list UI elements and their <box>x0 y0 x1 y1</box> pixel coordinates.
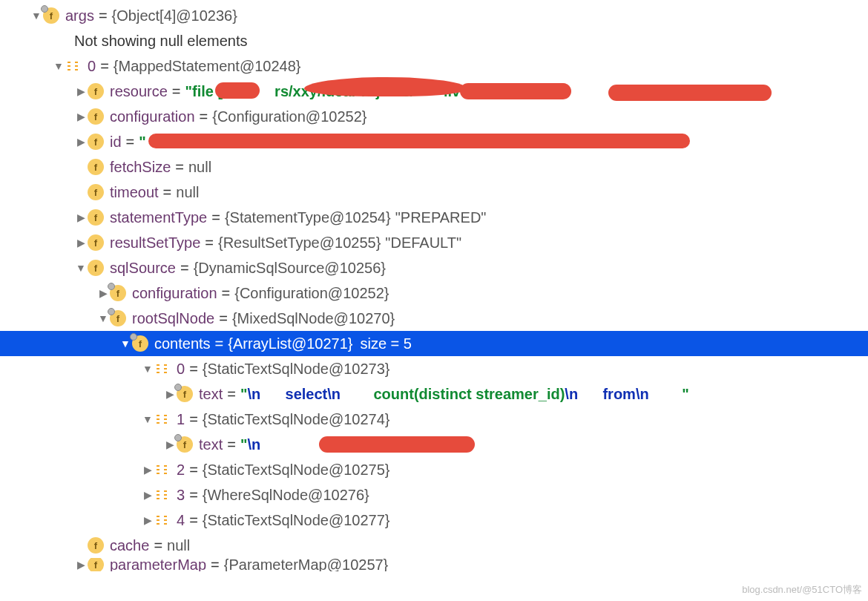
field-icon: f <box>88 184 104 200</box>
var-value: null <box>167 537 190 554</box>
expand-arrow[interactable]: ▶ <box>74 136 88 148</box>
field-icon: f <box>132 335 148 352</box>
debugger-variables-tree[interactable]: ▼ f args = {Object[4]@10236} Not showing… <box>0 0 868 571</box>
var-name: timeout <box>110 184 159 201</box>
expand-arrow[interactable]: ▶ <box>163 388 177 400</box>
var-value: {DynamicSqlSource@10256} <box>194 260 386 277</box>
tree-row-sqlsource[interactable]: ▼ f sqlSource = {DynamicSqlSource@10256} <box>0 255 868 280</box>
var-value: {ParameterMap@10257} <box>224 558 389 571</box>
field-icon: f <box>177 386 193 402</box>
tree-row-rootsqlnode[interactable]: ▼ f rootSqlNode = {MixedSqlNode@10270} <box>0 306 868 331</box>
expand-arrow[interactable]: ▼ <box>96 312 110 324</box>
tree-row-cache[interactable]: ▶ f cache = null <box>0 533 868 558</box>
tree-row-c0-text[interactable]: ▶ f text = "\n select\n count(distinct s… <box>0 381 868 407</box>
var-name: fetchSize <box>110 159 171 176</box>
tree-row-info: Not showing null elements <box>0 28 868 53</box>
field-icon: f <box>88 83 104 99</box>
field-icon: f <box>88 134 104 150</box>
expand-arrow[interactable]: ▶ <box>74 111 88 122</box>
tree-row-resource[interactable]: ▶ f resource = " file [ rs/xxy/IdeaProje… <box>0 79 868 104</box>
tree-row-c4[interactable]: ▶ 4 = {StaticTextSqlNode@10277} <box>0 508 868 533</box>
tree-row-c0[interactable]: ▼ 0 = {StaticTextSqlNode@10273} <box>0 356 868 381</box>
var-value: {StaticTextSqlNode@10273} <box>203 361 390 378</box>
tree-row-resultsettype[interactable]: ▶ f resultSetType = {ResultSetType@10255… <box>0 230 868 255</box>
expand-arrow[interactable]: ▶ <box>141 489 154 501</box>
tree-row-statementtype[interactable]: ▶ f statementType = {StatementType@10254… <box>0 205 868 230</box>
var-name: 0 <box>88 58 96 75</box>
var-value: {Configuration@10252} <box>234 285 389 302</box>
redaction-mark <box>148 134 690 148</box>
expand-arrow[interactable]: ▼ <box>52 60 65 72</box>
tree-row-c2[interactable]: ▶ 2 = {StaticTextSqlNode@10275} <box>0 457 868 482</box>
field-icon: f <box>88 537 104 554</box>
var-name: statementType <box>110 209 207 226</box>
tree-row-c1-text[interactable]: ▶ f text = "\n \n " <box>0 432 868 457</box>
field-icon: f <box>177 436 193 453</box>
var-value: {StaticTextSqlNode@10275} <box>203 462 390 479</box>
expand-arrow[interactable]: ▶ <box>96 287 110 299</box>
list-icon <box>154 361 171 377</box>
list-icon <box>154 462 171 478</box>
expand-arrow[interactable]: ▼ <box>30 10 43 22</box>
var-value: null <box>176 184 199 201</box>
var-size: size = 5 <box>360 335 411 352</box>
tree-row-c3[interactable]: ▶ 3 = {WhereSqlNode@10276} <box>0 482 868 508</box>
var-value: null <box>188 159 211 176</box>
tree-row-parametermap[interactable]: ▶ f parameterMap = {ParameterMap@10257} <box>0 558 868 571</box>
var-name: rootSqlNode <box>132 310 214 327</box>
field-icon: f <box>88 260 104 276</box>
field-icon: f <box>88 159 104 175</box>
tree-row-args[interactable]: ▼ f args = {Object[4]@10236} <box>0 3 868 28</box>
var-value: {MappedStatement@10248} <box>114 58 301 75</box>
expand-arrow[interactable]: ▶ <box>74 559 88 571</box>
tree-row-fetchsize[interactable]: ▶ f fetchSize = null <box>0 154 868 180</box>
tree-row-configuration2[interactable]: ▶ f configuration = {Configuration@10252… <box>0 280 868 306</box>
var-value: {StatementType@10254} <box>225 209 391 226</box>
var-name: parameterMap <box>110 558 206 571</box>
var-name: cache <box>110 537 149 554</box>
field-icon: f <box>88 108 104 125</box>
var-name: contents <box>154 335 211 352</box>
var-value: {WhereSqlNode@10276} <box>203 487 369 504</box>
list-icon <box>154 411 171 427</box>
var-value: {MixedSqlNode@10270} <box>232 310 395 327</box>
expand-arrow[interactable]: ▶ <box>74 85 88 97</box>
tree-row-index0[interactable]: ▼ 0 = {MappedStatement@10248} <box>0 53 868 79</box>
redaction-mark <box>215 82 260 99</box>
expand-arrow[interactable]: ▼ <box>119 338 132 349</box>
var-value: {StaticTextSqlNode@10274} <box>203 411 390 428</box>
var-name: sqlSource <box>110 260 176 277</box>
var-value: {Object[4]@10236} <box>112 7 237 24</box>
equals-sign: = <box>94 7 112 24</box>
expand-arrow[interactable]: ▶ <box>74 237 88 249</box>
expand-arrow[interactable]: ▶ <box>74 211 88 223</box>
var-name: resultSetType <box>110 234 200 252</box>
expand-arrow[interactable]: ▶ <box>141 464 154 476</box>
var-name: 3 <box>177 487 185 504</box>
redaction-mark <box>319 436 475 453</box>
expand-arrow[interactable]: ▶ <box>141 514 154 526</box>
var-name: args <box>65 7 94 24</box>
list-icon <box>154 512 171 528</box>
field-icon: f <box>43 7 59 24</box>
var-name: id <box>110 134 122 151</box>
var-value: {Configuration@10252} <box>212 108 366 125</box>
tree-row-timeout[interactable]: ▶ f timeout = null <box>0 180 868 205</box>
tree-row-c1[interactable]: ▼ 1 = {StaticTextSqlNode@10274} <box>0 407 868 432</box>
var-value: {ResultSetType@10255} <box>218 234 381 252</box>
tree-row-contents[interactable]: ▼ f contents = {ArrayList@10271} size = … <box>0 331 868 356</box>
tree-row-configuration[interactable]: ▶ f configuration = {Configuration@10252… <box>0 104 868 129</box>
var-value: {StaticTextSqlNode@10277} <box>203 512 390 529</box>
redaction-mark <box>608 85 772 101</box>
field-icon: f <box>88 558 104 571</box>
var-name: configuration <box>110 108 195 125</box>
var-value-str: "DEFAULT" <box>385 234 461 252</box>
expand-arrow[interactable]: ▼ <box>141 413 154 425</box>
expand-arrow[interactable]: ▼ <box>141 363 154 375</box>
expand-arrow[interactable]: ▶ <box>163 439 177 450</box>
field-icon: f <box>88 209 104 226</box>
list-icon <box>65 58 82 74</box>
var-name: resource <box>110 83 168 100</box>
tree-row-id[interactable]: ▶ f id = " " <box>0 129 868 154</box>
expand-arrow[interactable]: ▼ <box>74 262 88 274</box>
